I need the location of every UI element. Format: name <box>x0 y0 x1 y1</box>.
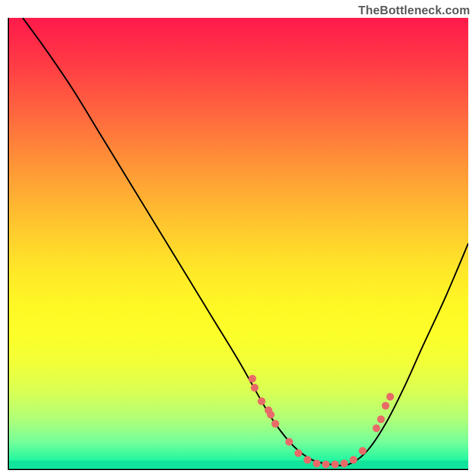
highlight-dot <box>267 411 275 419</box>
highlight-dot <box>285 438 293 446</box>
highlight-dot <box>359 447 367 455</box>
highlight-dot <box>271 420 279 428</box>
highlight-dot <box>340 459 348 467</box>
highlight-dot <box>251 384 259 392</box>
watermark-text: TheBottleneck.com <box>358 4 470 17</box>
highlight-dot <box>331 461 339 468</box>
highlight-dot <box>295 449 302 457</box>
highlight-dot <box>386 393 394 400</box>
highlight-dot <box>313 459 321 467</box>
highlight-dot <box>382 402 390 409</box>
highlight-dot <box>249 375 256 383</box>
bottleneck-curve <box>23 18 468 465</box>
highlight-dot <box>258 397 265 405</box>
highlight-dot <box>372 424 380 432</box>
highlight-dot <box>303 456 311 464</box>
highlight-dot <box>350 456 358 464</box>
chart-container: TheBottleneck.com <box>0 0 476 476</box>
highlight-dot <box>322 461 330 468</box>
chart-svg <box>9 18 468 469</box>
plot-area <box>8 18 468 470</box>
highlight-dot <box>377 415 385 423</box>
